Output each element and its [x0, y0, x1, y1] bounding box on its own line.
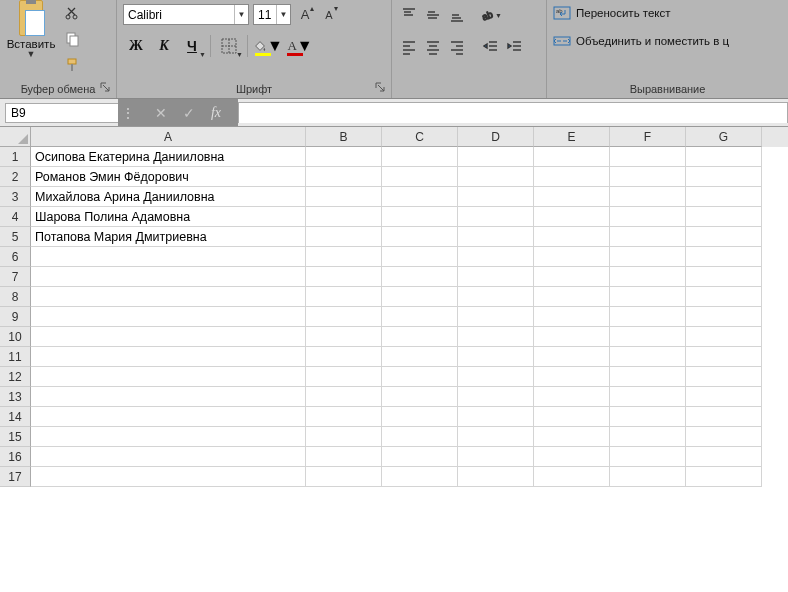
cell[interactable]: [686, 187, 762, 207]
cell[interactable]: [610, 307, 686, 327]
cell[interactable]: [610, 407, 686, 427]
column-header[interactable]: E: [534, 127, 610, 147]
cell[interactable]: [686, 207, 762, 227]
cell[interactable]: [382, 367, 458, 387]
cell[interactable]: [610, 187, 686, 207]
cell[interactable]: [610, 247, 686, 267]
cell[interactable]: Потапова Мария Дмитриевна: [31, 227, 306, 247]
select-all-corner[interactable]: [0, 127, 31, 147]
cell[interactable]: [686, 267, 762, 287]
cell[interactable]: [382, 327, 458, 347]
cell[interactable]: [306, 367, 382, 387]
cell[interactable]: [686, 407, 762, 427]
cell[interactable]: [382, 387, 458, 407]
cell[interactable]: [534, 267, 610, 287]
row-header[interactable]: 4: [0, 207, 31, 227]
cell[interactable]: [534, 167, 610, 187]
cell[interactable]: [306, 387, 382, 407]
paste-button[interactable]: Вставить ▼: [6, 2, 56, 58]
cell[interactable]: [610, 467, 686, 487]
column-header[interactable]: A: [31, 127, 306, 147]
fill-color-button[interactable]: ▼: [253, 35, 283, 57]
cell[interactable]: [31, 427, 306, 447]
cell[interactable]: [686, 347, 762, 367]
cell[interactable]: [458, 287, 534, 307]
font-color-button[interactable]: А ▼: [285, 35, 315, 57]
cell[interactable]: [686, 447, 762, 467]
row-header[interactable]: 2: [0, 167, 31, 187]
cell[interactable]: [686, 427, 762, 447]
font-size-input[interactable]: [254, 5, 276, 24]
cell[interactable]: [306, 267, 382, 287]
cell[interactable]: [534, 447, 610, 467]
cell[interactable]: [382, 427, 458, 447]
cell[interactable]: [31, 387, 306, 407]
cell[interactable]: [306, 327, 382, 347]
cell[interactable]: [610, 207, 686, 227]
cell[interactable]: [31, 467, 306, 487]
column-header[interactable]: D: [458, 127, 534, 147]
cell[interactable]: [458, 347, 534, 367]
cell[interactable]: [31, 347, 306, 367]
paste-dropdown-icon[interactable]: ▼: [27, 50, 36, 58]
cell[interactable]: [686, 147, 762, 167]
cell[interactable]: [534, 187, 610, 207]
cell[interactable]: [534, 387, 610, 407]
cell[interactable]: [610, 147, 686, 167]
format-painter-button[interactable]: [62, 54, 84, 76]
cell[interactable]: [458, 227, 534, 247]
row-header[interactable]: 1: [0, 147, 31, 167]
cell[interactable]: [686, 227, 762, 247]
cell[interactable]: [31, 447, 306, 467]
cell[interactable]: [306, 407, 382, 427]
cell[interactable]: [458, 407, 534, 427]
cell[interactable]: [610, 447, 686, 467]
cell[interactable]: [306, 207, 382, 227]
cell[interactable]: [458, 467, 534, 487]
align-right-button[interactable]: [446, 36, 468, 58]
cell[interactable]: [534, 307, 610, 327]
cell[interactable]: [382, 307, 458, 327]
insert-function-button[interactable]: fx: [211, 105, 221, 121]
cell[interactable]: [382, 287, 458, 307]
row-header[interactable]: 10: [0, 327, 31, 347]
align-left-button[interactable]: [398, 36, 420, 58]
cell[interactable]: [382, 147, 458, 167]
cell[interactable]: [686, 167, 762, 187]
decrease-indent-button[interactable]: [480, 36, 502, 58]
row-header[interactable]: 13: [0, 387, 31, 407]
cell[interactable]: [382, 407, 458, 427]
cell[interactable]: [610, 427, 686, 447]
cell[interactable]: [534, 407, 610, 427]
cell[interactable]: Осипова Екатерина Данииловна: [31, 147, 306, 167]
clipboard-dialog-launcher[interactable]: [98, 82, 112, 96]
cell[interactable]: [610, 367, 686, 387]
column-header[interactable]: G: [686, 127, 762, 147]
cancel-formula-button[interactable]: ✕: [155, 105, 167, 121]
cell[interactable]: [306, 427, 382, 447]
cell[interactable]: [458, 187, 534, 207]
row-header[interactable]: 16: [0, 447, 31, 467]
underline-button[interactable]: Ч▼: [179, 35, 205, 57]
cell[interactable]: [458, 447, 534, 467]
cell[interactable]: [686, 307, 762, 327]
font-name-dropdown-icon[interactable]: ▼: [234, 5, 248, 24]
cell[interactable]: [534, 467, 610, 487]
cell[interactable]: [610, 327, 686, 347]
copy-button[interactable]: [62, 28, 84, 50]
cell[interactable]: [306, 147, 382, 167]
cell[interactable]: [382, 247, 458, 267]
decrease-font-button[interactable]: A▾: [319, 4, 339, 25]
row-header[interactable]: 15: [0, 427, 31, 447]
bold-button[interactable]: Ж: [123, 35, 149, 57]
row-header[interactable]: 3: [0, 187, 31, 207]
cell[interactable]: [534, 207, 610, 227]
cell[interactable]: [458, 307, 534, 327]
cell[interactable]: [458, 427, 534, 447]
cell[interactable]: [382, 467, 458, 487]
align-top-button[interactable]: [398, 4, 420, 26]
font-size-combo[interactable]: ▼: [253, 4, 291, 25]
cell[interactable]: Шарова Полина Адамовна: [31, 207, 306, 227]
cell[interactable]: [534, 427, 610, 447]
cell[interactable]: [31, 367, 306, 387]
